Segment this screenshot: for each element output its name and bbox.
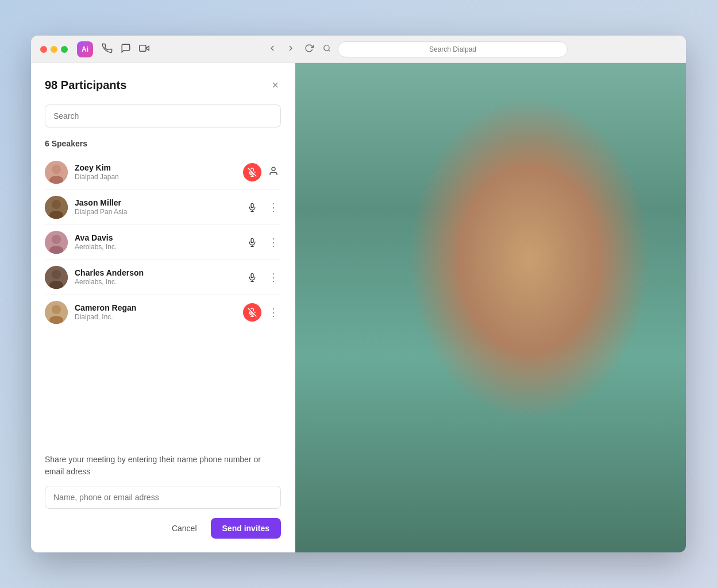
participant-org: Aerolabs, Inc. bbox=[75, 278, 243, 287]
avatar bbox=[45, 196, 68, 219]
traffic-light-yellow[interactable] bbox=[51, 46, 57, 53]
refresh-button[interactable] bbox=[302, 41, 316, 57]
svg-line-3 bbox=[329, 50, 330, 52]
table-row: Jason Miller Dialpad Pan Asia bbox=[45, 190, 281, 225]
browser-window: Ai bbox=[31, 36, 686, 552]
participant-name: Jason Miller bbox=[75, 198, 243, 208]
traffic-lights bbox=[40, 46, 68, 53]
svg-point-18 bbox=[52, 235, 61, 244]
browser-content: 98 Participants × 6 Speakers bbox=[31, 63, 686, 552]
more-options-button[interactable]: ⋮ bbox=[266, 305, 281, 320]
avatar bbox=[45, 161, 68, 184]
participant-actions: ⋮ bbox=[243, 233, 281, 252]
phone-icon[interactable] bbox=[102, 43, 113, 56]
participant-actions: ⋮ bbox=[243, 268, 281, 287]
svg-rect-1 bbox=[140, 45, 146, 51]
svg-rect-26 bbox=[251, 273, 253, 277]
participant-org: Dialpad, Inc. bbox=[75, 313, 243, 322]
avatar bbox=[45, 266, 68, 289]
svg-marker-0 bbox=[146, 46, 149, 51]
table-row: Zoey Kim Dialpad Japan bbox=[45, 155, 281, 190]
more-options-button[interactable]: ⋮ bbox=[266, 270, 281, 285]
table-row: Ava Davis Aerolabs, Inc. ⋮ bbox=[45, 225, 281, 260]
participants-panel: 98 Participants × 6 Speakers bbox=[31, 63, 295, 552]
more-options-button[interactable]: ⋮ bbox=[266, 235, 281, 250]
profile-button[interactable] bbox=[266, 164, 281, 181]
invite-section: Share your meeting by entering their nam… bbox=[45, 454, 281, 539]
mic-button[interactable] bbox=[243, 268, 261, 287]
video-background bbox=[295, 63, 686, 552]
address-bar[interactable]: Search Dialpad bbox=[338, 41, 568, 57]
svg-point-5 bbox=[52, 165, 61, 174]
forward-button[interactable] bbox=[284, 41, 298, 57]
search-icon-btn[interactable] bbox=[321, 42, 333, 56]
svg-point-12 bbox=[52, 200, 61, 209]
participant-name: Zoey Kim bbox=[75, 163, 243, 173]
participants-list: Zoey Kim Dialpad Japan bbox=[45, 155, 281, 330]
participant-org: Dialpad Pan Asia bbox=[75, 208, 243, 217]
svg-rect-14 bbox=[251, 203, 253, 207]
table-row: Charles Anderson Aerolabs, Inc. bbox=[45, 260, 281, 295]
cancel-button[interactable]: Cancel bbox=[165, 519, 204, 537]
traffic-light-green[interactable] bbox=[61, 46, 68, 53]
participant-info: Jason Miller Dialpad Pan Asia bbox=[75, 198, 243, 217]
svg-point-24 bbox=[52, 270, 61, 279]
participant-name: Charles Anderson bbox=[75, 268, 243, 278]
svg-point-30 bbox=[52, 305, 61, 314]
participant-actions bbox=[243, 163, 281, 181]
browser-titlebar: Ai bbox=[31, 36, 686, 63]
participant-actions: ⋮ bbox=[243, 198, 281, 216]
participant-org: Aerolabs, Inc. bbox=[75, 243, 243, 252]
app-icon[interactable]: Ai bbox=[77, 41, 93, 57]
close-button[interactable]: × bbox=[269, 77, 281, 93]
participant-org: Dialpad Japan bbox=[75, 173, 243, 182]
participant-info: Ava Davis Aerolabs, Inc. bbox=[75, 233, 243, 252]
send-invites-button[interactable]: Send invites bbox=[211, 518, 281, 539]
participant-info: Charles Anderson Aerolabs, Inc. bbox=[75, 268, 243, 287]
svg-point-2 bbox=[324, 45, 329, 51]
participant-info: Zoey Kim Dialpad Japan bbox=[75, 163, 243, 182]
mute-button[interactable] bbox=[243, 303, 261, 322]
invite-description: Share your meeting by entering their nam… bbox=[45, 454, 281, 478]
chat-icon[interactable] bbox=[121, 43, 131, 56]
invite-actions: Cancel Send invites bbox=[45, 518, 281, 539]
invite-input[interactable] bbox=[45, 486, 281, 509]
participant-actions: ⋮ bbox=[243, 303, 281, 322]
back-button[interactable] bbox=[265, 41, 279, 57]
panel-header: 98 Participants × bbox=[45, 77, 281, 93]
browser-controls: Search Dialpad bbox=[156, 41, 677, 57]
svg-rect-20 bbox=[251, 238, 253, 242]
speakers-label: 6 Speakers bbox=[45, 139, 281, 148]
traffic-light-red[interactable] bbox=[40, 46, 47, 53]
mute-button[interactable] bbox=[243, 163, 261, 181]
avatar bbox=[45, 231, 68, 254]
video-area bbox=[295, 63, 686, 552]
svg-point-10 bbox=[272, 167, 275, 171]
mic-button[interactable] bbox=[243, 198, 261, 216]
panel-title: 98 Participants bbox=[45, 79, 126, 92]
participant-info: Cameron Regan Dialpad, Inc. bbox=[75, 303, 243, 322]
avatar bbox=[45, 301, 68, 324]
participant-name: Cameron Regan bbox=[75, 303, 243, 313]
video-icon[interactable] bbox=[139, 43, 149, 56]
participant-name: Ava Davis bbox=[75, 233, 243, 243]
nav-icons bbox=[102, 43, 149, 56]
table-row: Cameron Regan Dialpad, Inc. bbox=[45, 295, 281, 330]
mic-button[interactable] bbox=[243, 233, 261, 252]
search-input[interactable] bbox=[45, 105, 281, 127]
more-options-button[interactable]: ⋮ bbox=[266, 200, 281, 215]
